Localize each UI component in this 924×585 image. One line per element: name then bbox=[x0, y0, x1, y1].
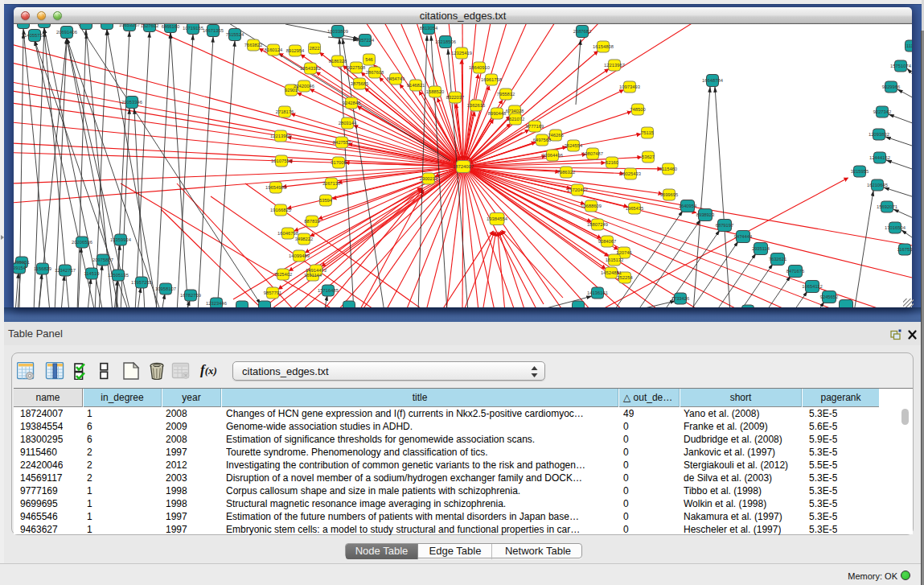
svg-text:1527602: 1527602 bbox=[141, 24, 159, 28]
svg-text:546: 546 bbox=[365, 57, 373, 62]
svg-text:12213967: 12213967 bbox=[604, 63, 625, 68]
svg-text:62160: 62160 bbox=[606, 160, 618, 165]
svg-text:20364436: 20364436 bbox=[542, 153, 563, 158]
svg-text:20975887: 20975887 bbox=[92, 257, 113, 262]
svg-text:16782759: 16782759 bbox=[180, 293, 201, 298]
svg-text:8427552: 8427552 bbox=[333, 140, 351, 145]
svg-text:7663822: 7663822 bbox=[244, 43, 263, 47]
svg-text:16671355: 16671355 bbox=[203, 28, 224, 33]
svg-text:9857791: 9857791 bbox=[264, 290, 282, 295]
svg-text:114519: 114519 bbox=[84, 271, 100, 276]
svg-text:2867608: 2867608 bbox=[366, 70, 384, 75]
svg-text:12093832: 12093832 bbox=[869, 132, 889, 137]
svg-text:6734028: 6734028 bbox=[506, 109, 524, 113]
svg-text:6466160: 6466160 bbox=[162, 24, 180, 29]
svg-text:1965435: 1965435 bbox=[626, 206, 644, 211]
svg-text:15692071: 15692071 bbox=[877, 204, 897, 209]
svg-text:10107553: 10107553 bbox=[271, 159, 292, 163]
svg-text:3498222: 3498222 bbox=[295, 237, 314, 241]
svg-text:18724007: 18724007 bbox=[453, 164, 474, 169]
svg-text:1362615: 1362615 bbox=[467, 103, 486, 108]
svg-text:10688609: 10688609 bbox=[581, 204, 602, 208]
svg-text:335051: 335051 bbox=[14, 260, 29, 265]
svg-text:6879197: 6879197 bbox=[716, 223, 734, 228]
svg-text:29053346: 29053346 bbox=[121, 100, 142, 105]
svg-text:2687682: 2687682 bbox=[573, 29, 592, 34]
svg-text:9227342: 9227342 bbox=[873, 109, 892, 114]
svg-text:1691144: 1691144 bbox=[304, 273, 322, 278]
svg-text:10719155: 10719155 bbox=[183, 26, 203, 31]
svg-text:12505135: 12505135 bbox=[108, 273, 129, 278]
svg-text:6497568: 6497568 bbox=[533, 138, 552, 142]
svg-text:1621072: 1621072 bbox=[507, 117, 525, 122]
svg-text:8454749: 8454749 bbox=[387, 76, 405, 81]
svg-text:116753: 116753 bbox=[897, 247, 912, 252]
svg-text:20206536: 20206536 bbox=[72, 240, 92, 245]
svg-text:748500: 748500 bbox=[630, 107, 645, 112]
svg-text:1156829: 1156829 bbox=[34, 266, 51, 271]
svg-text:3215955: 3215955 bbox=[851, 169, 869, 174]
svg-text:9242848: 9242848 bbox=[343, 101, 361, 105]
svg-text:7632621: 7632621 bbox=[769, 257, 787, 262]
svg-text:15720407: 15720407 bbox=[567, 187, 588, 192]
svg-text:9699695: 9699695 bbox=[660, 192, 679, 197]
svg-text:16648784: 16648784 bbox=[702, 78, 724, 83]
svg-text:8471676: 8471676 bbox=[786, 269, 805, 274]
svg-text:9474444: 9474444 bbox=[734, 234, 753, 239]
svg-text:1640954: 1640954 bbox=[679, 204, 697, 208]
svg-text:9084067: 9084067 bbox=[598, 239, 617, 244]
svg-text:10653267: 10653267 bbox=[119, 24, 140, 27]
svg-text:18807249: 18807249 bbox=[587, 222, 608, 227]
svg-text:8160124: 8160124 bbox=[265, 47, 283, 52]
svg-text:10958107: 10958107 bbox=[155, 286, 176, 291]
svg-text:12342757: 12342757 bbox=[55, 268, 76, 273]
svg-text:887833: 887833 bbox=[304, 219, 319, 224]
svg-text:8186328: 8186328 bbox=[329, 59, 347, 64]
svg-text:2803144: 2803144 bbox=[339, 121, 357, 126]
svg-text:92901: 92901 bbox=[285, 88, 298, 93]
svg-text:15751074: 15751074 bbox=[890, 64, 912, 68]
svg-text:75115: 75115 bbox=[641, 130, 654, 135]
svg-text:16046798: 16046798 bbox=[277, 231, 298, 236]
svg-text:7955812: 7955812 bbox=[497, 92, 515, 97]
svg-text:9146821: 9146821 bbox=[407, 83, 425, 88]
svg-text:9777169: 9777169 bbox=[526, 124, 544, 129]
svg-text:3875685: 3875685 bbox=[351, 81, 369, 86]
svg-text:10654112: 10654112 bbox=[802, 284, 822, 289]
svg-text:12323446: 12323446 bbox=[206, 301, 227, 306]
svg-text:8912954: 8912954 bbox=[286, 48, 305, 53]
svg-text:53594: 53594 bbox=[319, 198, 333, 203]
svg-text:10543382: 10543382 bbox=[300, 66, 321, 71]
svg-text:15716485: 15716485 bbox=[318, 288, 339, 293]
svg-text:14099489: 14099489 bbox=[289, 253, 310, 258]
svg-text:317006: 317006 bbox=[331, 160, 346, 165]
svg-text:14136141: 14136141 bbox=[587, 290, 608, 295]
svg-text:16961758: 16961758 bbox=[481, 77, 502, 82]
svg-text:120746: 120746 bbox=[616, 250, 631, 255]
svg-text:1733426: 1733426 bbox=[671, 296, 690, 301]
svg-text:16033809: 16033809 bbox=[327, 29, 348, 34]
svg-text:8938923: 8938923 bbox=[696, 212, 715, 217]
svg-text:17957255: 17957255 bbox=[131, 280, 152, 285]
svg-text:8813054: 8813054 bbox=[420, 26, 438, 31]
svg-text:12213969: 12213969 bbox=[270, 134, 291, 138]
svg-text:14055724: 14055724 bbox=[24, 33, 46, 38]
svg-text:10807487: 10807487 bbox=[582, 151, 603, 156]
svg-text:1588520: 1588520 bbox=[426, 89, 445, 94]
svg-text:10973493: 10973493 bbox=[619, 84, 640, 89]
svg-text:17016504: 17016504 bbox=[885, 225, 906, 230]
svg-text:16154808: 16154808 bbox=[593, 44, 614, 49]
svg-text:8990448: 8990448 bbox=[488, 111, 507, 116]
svg-text:3624554: 3624554 bbox=[565, 143, 583, 148]
svg-text:9327508: 9327508 bbox=[347, 65, 366, 70]
svg-text:17359924: 17359924 bbox=[110, 237, 132, 242]
svg-text:14914473: 14914473 bbox=[306, 268, 326, 273]
svg-text:252254: 252254 bbox=[617, 275, 633, 280]
svg-text:18640910: 18640910 bbox=[469, 65, 490, 70]
svg-text:53627: 53627 bbox=[642, 154, 655, 159]
svg-text:746266: 746266 bbox=[548, 133, 563, 138]
svg-text:19166825: 19166825 bbox=[270, 208, 291, 212]
svg-text:9245652: 9245652 bbox=[820, 295, 839, 299]
svg-text:19654985: 19654985 bbox=[265, 185, 286, 190]
svg-text:16210645: 16210645 bbox=[867, 183, 888, 187]
